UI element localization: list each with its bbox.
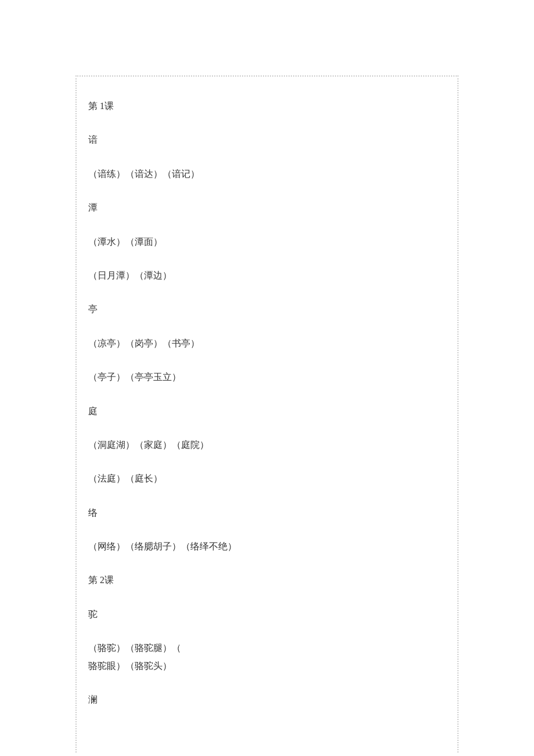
text-line: （凉亭）（岗亭）（书亭） <box>88 337 446 350</box>
text-line: 第 1课 <box>88 100 446 113</box>
text-line: 澜 <box>88 693 446 706</box>
text-line: （网络）（络腮胡子）（络绎不绝） <box>88 540 446 553</box>
text-line: 潭 <box>88 201 446 214</box>
text-line: （亭子）（亭亭玉立） <box>88 371 446 384</box>
text-line: 骆驼眼）（骆驼头） <box>88 660 446 672</box>
text-line: （潭水）（潭面） <box>88 236 446 248</box>
text-line: （谙练）（谙达）（谙记） <box>88 168 446 180</box>
text-line: （法庭）（庭长） <box>88 472 446 485</box>
text-line: 络 <box>88 507 446 519</box>
text-line: 驼 <box>88 608 446 621</box>
text-line: 谙 <box>88 133 446 146</box>
document-page: 第 1课 谙 （谙练）（谙达）（谙记） 潭 （潭水）（潭面） （日月潭）（潭边）… <box>75 75 459 753</box>
text-line: 第 2课 <box>88 574 446 587</box>
text-line: （骆驼）（骆驼腿）（ <box>88 642 446 654</box>
text-line: 庭 <box>88 405 446 418</box>
text-line: （洞庭湖）（家庭）（庭院） <box>88 439 446 451</box>
text-line: 亭 <box>88 303 446 316</box>
text-line: （日月潭）（潭边） <box>88 269 446 282</box>
